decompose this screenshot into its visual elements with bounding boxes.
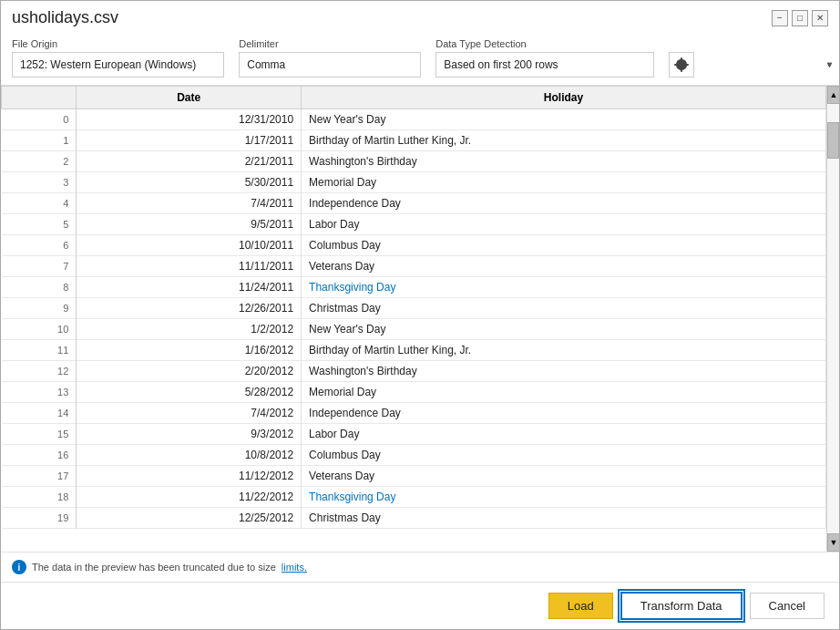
settings-icon	[674, 57, 689, 72]
cell-holiday: Memorial Day	[302, 172, 826, 193]
cell-index: 10	[2, 319, 77, 340]
settings-icon-button[interactable]	[669, 52, 694, 77]
delimiter-group: Delimiter Comma ▼	[239, 38, 421, 77]
file-origin-dropdown[interactable]: 1252: Western European (Windows) ▼	[12, 52, 224, 77]
data-type-detection-group: Data Type Detection Based on first 200 r…	[435, 38, 654, 77]
cell-date: 7/4/2012	[77, 403, 302, 424]
file-origin-group: File Origin 1252: Western European (Wind…	[12, 38, 224, 77]
delimiter-dropdown[interactable]: Comma ▼	[239, 52, 421, 77]
cell-date: 2/20/2012	[77, 361, 302, 382]
maximize-button[interactable]: □	[792, 10, 808, 26]
cell-index: 3	[2, 172, 77, 193]
table-container: Date Holiday 012/31/2010New Year's Day11…	[1, 85, 839, 552]
table-row: 1711/12/2012Veterans Day	[2, 466, 826, 487]
cell-date: 11/12/2012	[77, 466, 302, 487]
cell-index: 0	[2, 109, 77, 130]
table-row: 47/4/2011Independence Day	[2, 193, 826, 214]
cell-holiday: Christmas Day	[302, 508, 826, 529]
cell-index: 18	[2, 487, 77, 508]
file-origin-label: File Origin	[12, 38, 224, 49]
cell-date: 9/3/2012	[77, 424, 302, 445]
scroll-up-button[interactable]: ▲	[827, 86, 839, 104]
vertical-scrollbar[interactable]: ▲ ▼	[826, 86, 839, 552]
cell-index: 2	[2, 151, 77, 172]
window-controls: − □ ✕	[772, 10, 828, 26]
col-header-date: Date	[77, 87, 302, 109]
cell-date: 12/26/2011	[77, 298, 302, 319]
table-row: 101/2/2012New Year's Day	[2, 319, 826, 340]
table-row: 1912/25/2012Christmas Day	[2, 508, 826, 529]
cell-holiday: Labor Day	[302, 214, 826, 235]
cell-index: 4	[2, 193, 77, 214]
cell-date: 1/16/2012	[77, 340, 302, 361]
delimiter-value: Comma	[247, 58, 285, 71]
table-row: 159/3/2012Labor Day	[2, 424, 826, 445]
cell-date: 7/4/2011	[77, 193, 302, 214]
cell-holiday[interactable]: Thanksgiving Day	[302, 277, 826, 298]
col-header-index	[2, 87, 77, 109]
cell-holiday: Birthday of Martin Luther King, Jr.	[302, 130, 826, 151]
scroll-down-button[interactable]: ▼	[827, 533, 839, 552]
cell-holiday: Veterans Day	[302, 466, 826, 487]
delimiter-arrow-icon: ▼	[825, 60, 834, 69]
status-bar: i The data in the preview has been trunc…	[1, 552, 839, 582]
table-scroll[interactable]: Date Holiday 012/31/2010New Year's Day11…	[1, 86, 826, 552]
cell-index: 19	[2, 508, 77, 529]
cell-holiday[interactable]: Thanksgiving Day	[302, 487, 826, 508]
data-type-detection-dropdown[interactable]: Based on first 200 rows ▼	[435, 52, 654, 77]
cell-holiday: Washington's Birthday	[302, 361, 826, 382]
cell-holiday: Memorial Day	[302, 382, 826, 403]
cell-date: 10/10/2011	[77, 235, 302, 256]
cell-date: 2/21/2011	[77, 151, 302, 172]
status-message: The data in the preview has been truncat…	[32, 562, 276, 573]
cell-index: 9	[2, 298, 77, 319]
table-row: 135/28/2012Memorial Day	[2, 382, 826, 403]
cell-index: 11	[2, 340, 77, 361]
title-bar: usholidays.csv − □ ✕	[1, 1, 839, 31]
cell-holiday: Birthday of Martin Luther King, Jr.	[302, 340, 826, 361]
cell-date: 12/31/2010	[77, 109, 302, 130]
table-row: 111/16/2012Birthday of Martin Luther Kin…	[2, 340, 826, 361]
data-table: Date Holiday 012/31/2010New Year's Day11…	[1, 86, 826, 529]
window-title: usholidays.csv	[12, 8, 118, 27]
cell-date: 11/24/2011	[77, 277, 302, 298]
cell-date: 11/22/2012	[77, 487, 302, 508]
close-button[interactable]: ✕	[812, 10, 828, 26]
transform-data-button[interactable]: Transform Data	[620, 592, 743, 620]
cell-date: 11/11/2011	[77, 256, 302, 277]
table-row: 11/17/2011Birthday of Martin Luther King…	[2, 130, 826, 151]
file-origin-arrow-icon: ▼	[825, 60, 834, 69]
load-button[interactable]: Load	[548, 593, 613, 619]
delimiter-label: Delimiter	[239, 38, 421, 49]
cell-index: 7	[2, 256, 77, 277]
cell-holiday: Washington's Birthday	[302, 151, 826, 172]
table-row: 147/4/2012Independence Day	[2, 403, 826, 424]
cell-index: 5	[2, 214, 77, 235]
minimize-button[interactable]: −	[772, 10, 788, 26]
cell-index: 6	[2, 235, 77, 256]
cell-date: 5/28/2012	[77, 382, 302, 403]
cell-holiday: New Year's Day	[302, 109, 826, 130]
col-header-holiday: Holiday	[302, 87, 826, 109]
cell-holiday: Veterans Day	[302, 256, 826, 277]
table-row: 610/10/2011Columbus Day	[2, 235, 826, 256]
cell-index: 14	[2, 403, 77, 424]
table-row: 35/30/2011Memorial Day	[2, 172, 826, 193]
status-link[interactable]: limits.	[282, 562, 307, 573]
cell-holiday: Independence Day	[302, 403, 826, 424]
cell-index: 8	[2, 277, 77, 298]
cell-index: 15	[2, 424, 77, 445]
cell-holiday: Independence Day	[302, 193, 826, 214]
table-row: 711/11/2011Veterans Day	[2, 256, 826, 277]
cell-index: 13	[2, 382, 77, 403]
controls-row: File Origin 1252: Western European (Wind…	[1, 31, 839, 85]
cancel-button[interactable]: Cancel	[750, 593, 825, 619]
table-row: 59/5/2011Labor Day	[2, 214, 826, 235]
data-type-detection-value: Based on first 200 rows	[444, 58, 558, 71]
scroll-thumb[interactable]	[827, 122, 839, 159]
cell-date: 10/8/2012	[77, 445, 302, 466]
file-origin-value: 1252: Western European (Windows)	[20, 58, 196, 71]
cell-date: 9/5/2011	[77, 214, 302, 235]
table-row: 122/20/2012Washington's Birthday	[2, 361, 826, 382]
table-row: 1811/22/2012Thanksgiving Day	[2, 487, 826, 508]
